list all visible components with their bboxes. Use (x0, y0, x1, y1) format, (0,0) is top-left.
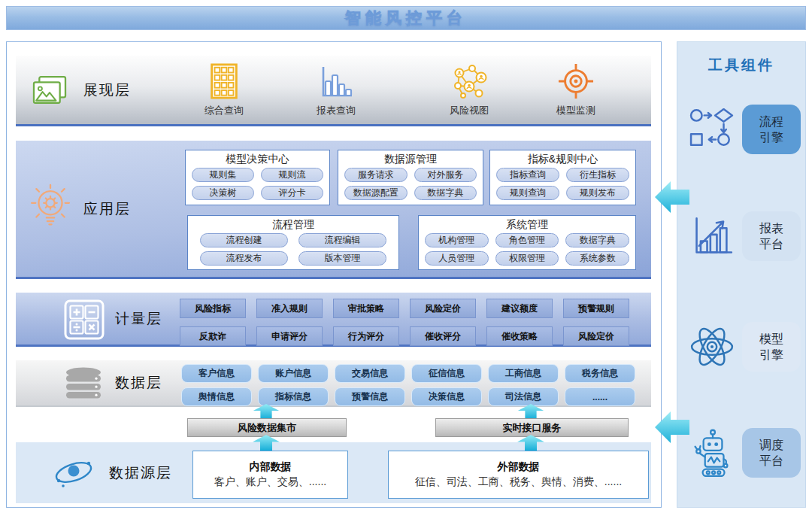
layer-presentation: 展现层 综合查询 (16, 56, 651, 126)
layer-datasource-label: 数据源层 (109, 463, 172, 483)
flowchart-icon (688, 108, 736, 150)
app-chip: 指标查询 (496, 168, 559, 182)
internal-data-box: 内部数据 客户、账户、交易、...... (192, 451, 348, 499)
panel-system-management: 系统管理 机构管理 角色管理 数据字典 人员管理 权限管理 系统参数 (418, 215, 636, 270)
measure-chip: 催收评分 (410, 326, 476, 346)
presentation-item: 风险视图 (432, 63, 507, 117)
measure-chip: 反欺诈 (180, 326, 246, 346)
barchart-icon (298, 63, 374, 99)
app-chip: 系统参数 (565, 251, 629, 266)
app-chip: 数据字典 (565, 233, 629, 247)
internal-data-title: 内部数据 (250, 460, 292, 474)
tool-button: 流程引擎 (742, 105, 801, 154)
measure-chip: 预警规则 (563, 299, 629, 318)
panel-title: 模型决策中心 (226, 152, 289, 166)
panel-model-decision-center: 模型决策中心 规则集 规则流 决策树 评分卡 (185, 150, 330, 205)
left-arrow (655, 408, 689, 447)
app-chip: 规则集 (192, 168, 254, 182)
layer-presentation-label: 展现层 (83, 80, 131, 100)
external-data-desc: 征信、司法、工商、税务、舆情、消费、...... (415, 475, 622, 489)
architecture-diagram: 展现层 综合查询 (6, 41, 662, 508)
up-arrow (515, 404, 547, 419)
tool-button-label: 流程引擎 (758, 114, 784, 145)
measure-chip: 准入规则 (256, 299, 323, 318)
panel-datasource-management: 数据源管理 服务请求 对外服务 数据源配置 数据字典 (338, 150, 483, 205)
data-chip: 账户信息 (258, 364, 329, 383)
target-icon (538, 63, 614, 99)
platform-title: 智能风控平台 (345, 8, 467, 29)
tool-button-label: 报表平台 (758, 220, 784, 252)
app-chip: 评分卡 (261, 186, 323, 200)
panel-indicator-rule-center: 指标&规则中心 指标查询 衍生指标 规则查询 规则发布 (489, 150, 636, 205)
app-chip: 流程发布 (200, 251, 288, 266)
app-chip: 对外服务 (414, 168, 477, 182)
presentation-item: 综合查询 (186, 63, 262, 117)
panel-title: 数据源管理 (384, 152, 437, 166)
calculator-icon (64, 299, 105, 340)
app-chip: 流程创建 (200, 233, 288, 247)
app-chip: 服务请求 (344, 168, 408, 182)
up-arrow (250, 435, 282, 451)
presentation-item-label: 报表查询 (298, 104, 374, 117)
app-chip: 规则流 (261, 168, 323, 182)
internal-data-desc: 客户、账户、交易、...... (214, 475, 326, 489)
data-chip: 工商信息 (488, 364, 559, 383)
tool-components-sidebar: 工具组件 流程引擎 (677, 41, 806, 508)
presentation-item-label: 综合查询 (186, 104, 262, 117)
tool-item-process-engine: 流程引擎 (677, 105, 807, 154)
data-chip: 舆情信息 (181, 387, 252, 406)
data-chip: 交易信息 (335, 364, 405, 383)
layer-datasource: 数据源层 内部数据 客户、账户、交易、...... 外部数据 征信、司法、工商、… (16, 442, 651, 503)
up-arrow (515, 435, 547, 451)
external-data-box: 外部数据 征信、司法、工商、税务、舆情、消费、...... (388, 451, 649, 499)
panel-title: 指标&规则中心 (528, 152, 598, 166)
app-chip: 版本管理 (298, 251, 386, 266)
tool-item-report-platform: 报表平台 (677, 211, 807, 261)
presentation-item-label: 模型监测 (538, 104, 614, 117)
layer-data: 数据层 客户信息 账户信息 交易信息 征信信息 工商信息 税务信息 舆情信息 指… (16, 360, 651, 407)
platform-title-bar: 智能风控平台 (6, 6, 806, 30)
data-chip: ...... (565, 387, 635, 406)
tool-button-label: 调度平台 (758, 437, 784, 469)
measure-chip: 申请评分 (256, 326, 323, 346)
data-chip: 客户信息 (181, 364, 252, 383)
tool-item-model-engine: 模型引擎 (677, 322, 807, 372)
panel-process-management: 流程管理 流程创建 流程编辑 流程发布 版本管理 (187, 215, 399, 270)
measure-chip: 风险定价 (563, 326, 629, 346)
app-chip: 规则查询 (496, 186, 559, 200)
tool-button: 调度平台 (742, 428, 801, 478)
data-chip: 预警信息 (335, 387, 405, 406)
sidebar-title: 工具组件 (677, 56, 805, 75)
tool-item-scheduler-platform: 调度平台 (677, 428, 807, 478)
galaxy-icon (53, 454, 94, 490)
grid-icon (186, 63, 262, 99)
tool-button: 模型引擎 (742, 322, 801, 372)
left-arrow (655, 178, 689, 217)
app-chip: 决策树 (192, 186, 254, 200)
tool-button-label: 模型引擎 (758, 331, 784, 363)
robot-icon (688, 429, 736, 477)
data-chip: 征信信息 (411, 364, 482, 383)
app-chip: 衍生指标 (566, 168, 629, 182)
data-chip: 决策信息 (411, 387, 482, 406)
data-chip: 税务信息 (565, 364, 635, 383)
measure-chip: 催收策略 (486, 326, 553, 346)
panel-title: 流程管理 (272, 217, 314, 232)
presentation-item: 模型监测 (538, 63, 614, 117)
layer-application-label: 应用层 (83, 199, 131, 219)
app-chip: 权限管理 (495, 251, 559, 266)
layer-data-label: 数据层 (115, 373, 162, 393)
app-chip: 流程编辑 (298, 233, 386, 247)
network-icon (432, 63, 507, 99)
up-arrow (250, 404, 282, 419)
measure-chip: 风险指标 (180, 299, 246, 318)
app-chip: 数据源配置 (344, 186, 408, 200)
app-chip: 规则发布 (566, 186, 629, 200)
measure-chip: 审批策略 (333, 299, 399, 318)
app-chip: 人员管理 (425, 251, 489, 266)
app-chip: 角色管理 (495, 233, 559, 247)
layer-application: 应用层 模型决策中心 规则集 规则流 决策树 评分卡 数据源管理 服务请求 对外… (16, 141, 651, 279)
measure-chip: 风险定价 (410, 299, 476, 318)
database-icon (64, 366, 103, 402)
report-icon (688, 215, 736, 257)
